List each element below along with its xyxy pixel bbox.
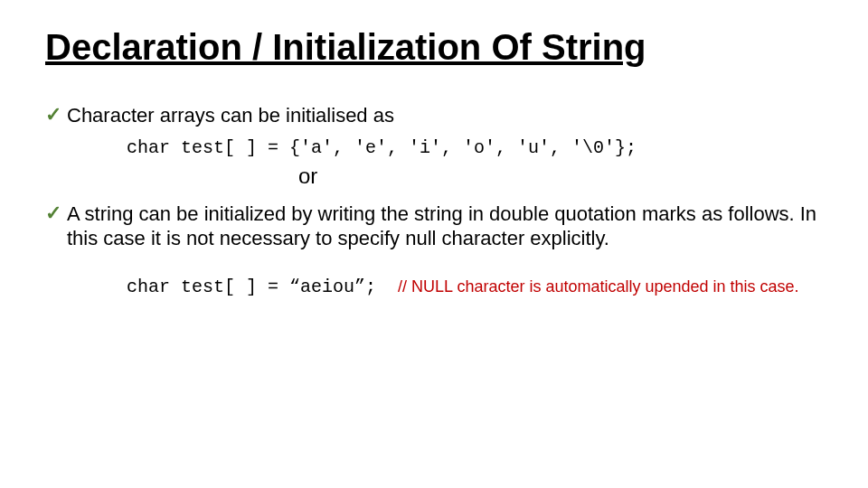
code-line-1: char test[ ] = {'a', 'e', 'i', 'o', 'u',… — [127, 137, 823, 158]
code-comment: // NULL character is automatically upend… — [398, 277, 799, 296]
or-label: or — [298, 164, 823, 189]
check-icon: ✓ — [45, 103, 61, 127]
code-line-2: char test[ ] = “aeiou”; — [127, 277, 376, 297]
bullet-1-text: Character arrays can be initialised as — [67, 103, 823, 128]
check-icon: ✓ — [45, 202, 61, 225]
slide-title: Declaration / Initialization Of String — [45, 27, 823, 67]
bullet-1: ✓ Character arrays can be initialised as — [45, 103, 823, 128]
bullet-2-text: A string can be initialized by writing t… — [67, 202, 823, 251]
slide: Declaration / Initialization Of String ✓… — [0, 0, 868, 488]
code-line-2-row: char test[ ] = “aeiou”; // NULL characte… — [127, 277, 823, 297]
bullet-2: ✓ A string can be initialized by writing… — [45, 202, 823, 251]
